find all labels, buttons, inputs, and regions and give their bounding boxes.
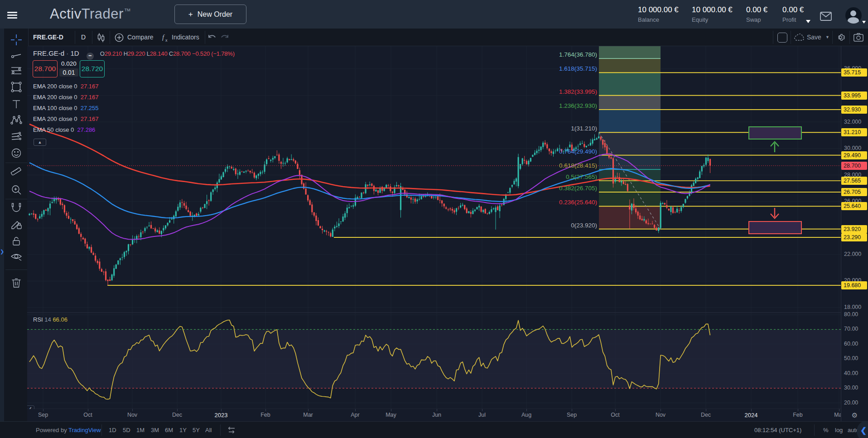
svg-text:1.236(32.930): 1.236(32.930) <box>559 102 597 109</box>
svg-text:f: f <box>162 34 165 41</box>
svg-text:0.5(27.565): 0.5(27.565) <box>566 173 597 180</box>
svg-text:0.618(28.415): 0.618(28.415) <box>559 162 597 169</box>
svg-text:1.382(33.995): 1.382(33.995) <box>559 88 597 95</box>
svg-text:0(23.920): 0(23.920) <box>571 222 597 229</box>
svg-text:1.618(35.715): 1.618(35.715) <box>559 65 597 72</box>
svg-text:0.764(29.490): 0.764(29.490) <box>559 148 597 155</box>
svg-text:1(31.210): 1(31.210) <box>571 125 597 132</box>
svg-text:0.382(26.705): 0.382(26.705) <box>559 185 597 192</box>
svg-text:1.764(36.780): 1.764(36.780) <box>559 51 597 58</box>
svg-text:0.236(25.640): 0.236(25.640) <box>559 199 597 206</box>
svg-text:x: x <box>165 38 168 43</box>
